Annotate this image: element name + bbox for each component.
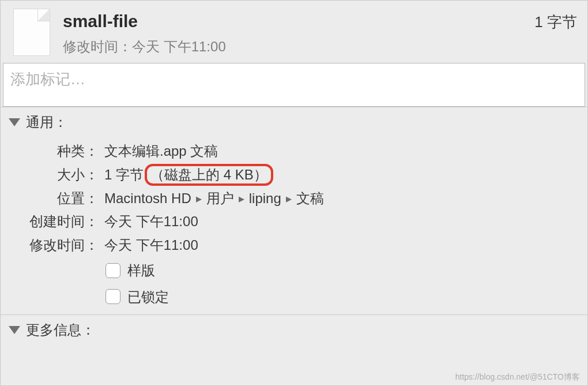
section-general: 通用 种类 文本编辑.app 文稿 大小 1 字节 （磁盘上的 4 KB） 位置… [1,107,587,314]
section-general-header[interactable]: 通用 [1,107,587,137]
path-separator-icon: ▸ [196,189,202,208]
modified-label: 修改时间 [1,234,99,257]
size-value: 1 字节 [104,163,144,187]
tags-input[interactable]: 添加标记… [3,63,585,107]
row-created: 创建时间 今天 下午11:00 [1,210,587,234]
section-more-info: 更多信息 [1,314,587,345]
row-size: 大小 1 字节 （磁盘上的 4 KB） [1,163,587,187]
locked-label: 已锁定 [127,284,169,310]
kind-value: 文本编辑.app 文稿 [99,140,218,163]
row-stationery: 样版 [1,257,587,284]
stationery-label: 样版 [127,257,155,284]
created-label: 创建时间 [1,210,99,234]
row-where: 位置 Macintosh HD ▸ 用户 ▸ liping ▸ 文稿 [1,187,587,211]
section-more-info-header[interactable]: 更多信息 [1,315,587,345]
row-kind: 种类 文本编辑.app 文稿 [1,140,587,163]
size-value-wrap: 1 字节 （磁盘上的 4 KB） [99,163,273,187]
header-size: 1 字节 [534,9,577,32]
size-label: 大小 [1,163,99,187]
tags-placeholder: 添加标记… [10,69,85,89]
path-separator-icon: ▸ [239,189,244,208]
kind-label: 种类 [1,140,99,163]
file-thumbnail-icon [13,9,50,56]
where-value: Macintosh HD ▸ 用户 ▸ liping ▸ 文稿 [99,187,324,211]
header-main: small-file 修改时间：今天 下午11:00 [63,9,534,56]
row-locked: 已锁定 [1,284,587,310]
path-seg-1: 用户 [206,187,234,211]
size-on-disk-callout: （磁盘上的 4 KB） [145,164,273,186]
section-general-title: 通用 [26,113,67,132]
locked-checkbox[interactable] [105,289,120,304]
file-name: small-file [63,11,534,32]
chevron-down-icon [9,118,20,126]
header-modified-value: 今天 下午11:00 [132,39,226,54]
path-seg-0: Macintosh HD [104,187,191,211]
path-separator-icon: ▸ [286,189,292,208]
header-modified-label: 修改时间 [63,39,118,54]
header-modified-row: 修改时间：今天 下午11:00 [63,38,534,56]
where-label: 位置 [1,187,99,211]
path-seg-2: liping [249,187,281,211]
info-header: small-file 修改时间：今天 下午11:00 1 字节 [1,1,587,63]
path-seg-3: 文稿 [296,187,324,211]
section-more-info-title: 更多信息 [26,321,95,339]
file-info-window: small-file 修改时间：今天 下午11:00 1 字节 添加标记… 通用… [0,0,588,386]
modified-value: 今天 下午11:00 [99,234,198,257]
chevron-down-icon [9,326,20,334]
general-body: 种类 文本编辑.app 文稿 大小 1 字节 （磁盘上的 4 KB） 位置 Ma… [1,137,587,314]
created-value: 今天 下午11:00 [99,210,198,234]
row-modified: 修改时间 今天 下午11:00 [1,234,587,257]
stationery-checkbox[interactable] [105,263,120,278]
